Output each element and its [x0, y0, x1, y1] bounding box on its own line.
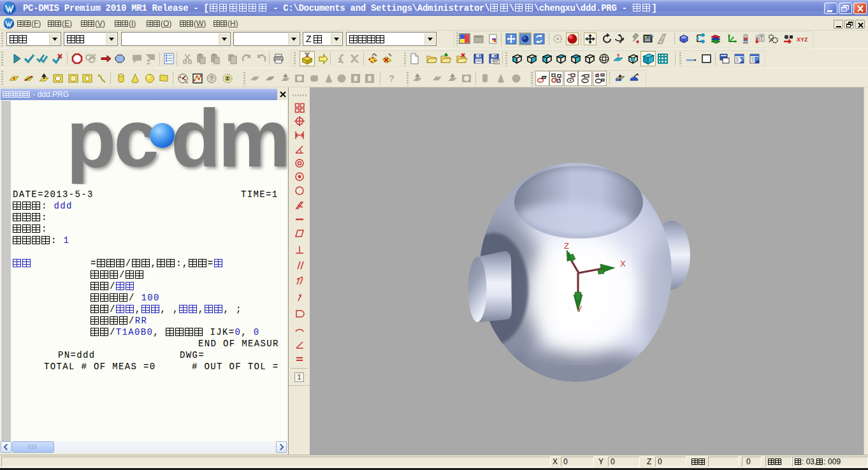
svg-text:?: ? [210, 75, 214, 82]
svg-text:?: ? [389, 73, 394, 84]
svg-text:X: X [620, 259, 626, 268]
svg-text:Y: Y [577, 304, 582, 314]
svg-text:Z: Z [564, 241, 569, 251]
